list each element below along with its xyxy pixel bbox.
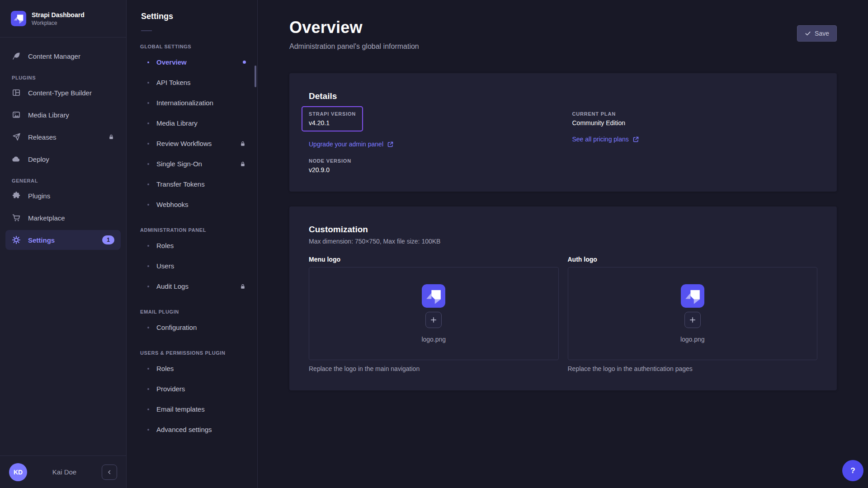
external-link-icon [387,141,394,148]
node-version-label: NODE VERSION [309,158,554,164]
user-bar: KD Kai Doe [0,455,126,488]
pricing-plans-link[interactable]: See all pricing plans [572,136,639,143]
auth-logo-caption: Replace the logo in the authentication p… [568,365,818,372]
details-heading: Details [309,91,817,101]
bullet-icon [147,163,149,165]
subnav-item-transfer-tokens[interactable]: Transfer Tokens [127,174,257,194]
subnav-item-single-sign-on[interactable]: Single Sign-On [127,154,257,174]
subnav-item-providers[interactable]: Providers [127,379,257,399]
details-card: Details STRAPI VERSION v4.20.1 Upgrade y… [289,73,837,192]
bullet-icon [147,102,149,104]
bullet-icon [147,327,149,328]
subnav-item-label: Transfer Tokens [156,180,205,188]
strapi-logo-icon [421,284,446,308]
chevron-left-icon [106,469,113,475]
subnav-item-label: Single Sign-On [156,160,202,168]
sidebar-item-plugins[interactable]: Plugins [5,186,121,206]
paper-plane-icon [12,132,21,141]
page-title: Overview [289,18,419,37]
subnav-title: Settings [141,12,243,21]
bullet-icon [147,61,149,63]
subnav-section-email-plugin: EMAIL PLUGIN [140,309,244,314]
sidebar-item-releases[interactable]: Releases [5,127,121,147]
external-link-icon [632,136,639,143]
subnav-item-overview[interactable]: Overview [127,52,257,72]
subnav-item-api-tokens[interactable]: API Tokens [127,72,257,93]
add-auth-logo-button[interactable] [684,312,701,328]
upgrade-admin-panel-link[interactable]: Upgrade your admin panel [309,141,394,148]
auth-logo-dropzone[interactable]: logo.png [568,267,818,360]
subnav-item-label: Audit Logs [156,282,189,290]
add-menu-logo-button[interactable] [425,312,442,328]
main-content: Overview Administration panel's global i… [258,0,868,488]
avatar[interactable]: KD [9,463,27,481]
bullet-icon [147,183,149,185]
menu-logo-dropzone[interactable]: logo.png [309,267,559,360]
bullet-icon [147,122,149,124]
help-button[interactable]: ? [842,460,863,481]
subnav-item-label: Configuration [156,324,197,331]
subnav-divider [141,30,152,31]
subnav-section-administration-panel: ADMINISTRATION PANEL [140,227,244,233]
workspace-brand[interactable]: Strapi Dashboard Workplace [0,0,126,38]
subnav-scrollbar-thumb[interactable] [255,66,256,87]
sidebar-item-label: Plugins [28,192,50,200]
plus-icon [689,316,696,324]
cart-icon [12,213,21,222]
customization-heading: Customization [309,225,817,235]
customization-constraints: Max dimension: 750×750, Max file size: 1… [309,238,817,245]
collapse-sidebar-button[interactable] [102,465,117,480]
subnav-item-webhooks[interactable]: Webhooks [127,194,257,215]
sidebar-item-label: Settings [28,236,55,244]
sidebar-item-content-manager[interactable]: Content Manager [5,46,121,66]
upgrade-link-label: Upgrade your admin panel [309,141,383,148]
sidebar-item-settings[interactable]: Settings 1 [5,230,121,250]
sidebar-item-content-type-builder[interactable]: Content-Type Builder [5,83,121,103]
strapi-logo-icon [11,11,26,26]
page-subtitle: Administration panel's global informatio… [289,42,419,51]
subnav-item-label: Webhooks [156,201,189,208]
subnav-item-admin-users[interactable]: Users [127,256,257,276]
current-plan-value: Community Edition [572,119,818,127]
strapi-logo-icon [680,284,705,308]
sidebar-item-marketplace[interactable]: Marketplace [5,208,121,228]
puzzle-icon [12,191,21,200]
sidebar-item-label: Content-Type Builder [28,89,92,97]
auth-logo-label: Auth logo [568,256,818,263]
subnav-item-email-configuration[interactable]: Configuration [127,317,257,338]
subnav-item-label: Internationalization [156,99,213,107]
strapi-version-highlight: STRAPI VERSION v4.20.1 [302,106,363,131]
sidebar-item-media-library[interactable]: Media Library [5,105,121,125]
workspace-subtitle: Workplace [32,20,85,26]
sidebar-item-label: Content Manager [28,52,80,60]
nav-section-general: GENERAL [12,178,114,183]
strapi-version-label: STRAPI VERSION [309,111,356,117]
subnav-item-up-roles[interactable]: Roles [127,358,257,379]
sidebar-item-deploy[interactable]: Deploy [5,149,121,169]
sidebar-item-label: Releases [28,133,57,141]
subnav-section-users-permissions-plugin: USERS & PERMISSIONS PLUGIN [140,350,244,356]
bullet-icon [147,368,149,370]
subnav-item-email-templates[interactable]: Email templates [127,399,257,419]
current-plan-label: CURRENT PLAN [572,111,818,117]
save-button[interactable]: Save [797,25,837,42]
subnav-item-review-workflows[interactable]: Review Workflows [127,133,257,154]
pricing-link-label: See all pricing plans [572,136,629,143]
bullet-icon [147,245,149,247]
bullet-icon [147,429,149,431]
subnav-item-internationalization[interactable]: Internationalization [127,93,257,113]
plus-icon [430,316,437,324]
main-nav-list: Content Manager PLUGINS Content-Type Bui… [0,38,126,455]
subnav-item-label: Overview [156,58,187,66]
lock-icon [240,161,246,167]
strapi-version-value: v4.20.1 [309,119,356,127]
lock-icon [240,141,246,147]
subnav-item-media-library[interactable]: Media Library [127,113,257,133]
subnav-item-admin-roles[interactable]: Roles [127,235,257,256]
sidebar-item-label: Deploy [28,155,49,163]
subnav-item-advanced-settings[interactable]: Advanced settings [127,419,257,440]
subnav-item-label: Advanced settings [156,426,212,433]
customization-card: Customization Max dimension: 750×750, Ma… [289,206,837,390]
user-name: Kai Doe [33,468,96,476]
subnav-item-audit-logs[interactable]: Audit Logs [127,276,257,296]
